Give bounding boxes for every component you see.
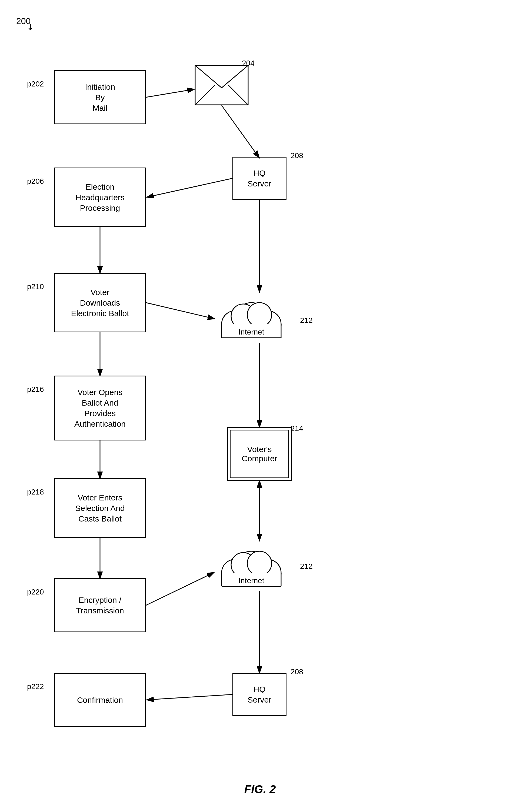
svg-point-7 [247, 303, 271, 327]
box-hq-server-top: HQServer [232, 157, 286, 200]
box-voters-computer: Voter'sComputer [230, 430, 289, 478]
svg-line-26 [222, 105, 259, 158]
box-election-hq-text: ElectionHeadquartersProcessing [75, 182, 125, 213]
figure-label: FIG. 2 [244, 783, 276, 796]
box-voter-downloads-text: VoterDownloadsElectronic Ballot [71, 287, 129, 319]
ref-p202: p202 [27, 80, 44, 88]
box-voters-computer-text: Voter'sComputer [242, 445, 277, 463]
box-initiation-text: InitiationByMail [85, 82, 115, 113]
ref-212-bottom: 212 [300, 562, 313, 571]
box-voter-opens-text: Voter OpensBallot AndProvidesAuthenticat… [74, 387, 126, 429]
box-hq-server-bottom: HQServer [232, 673, 286, 716]
ref-p218: p218 [27, 488, 44, 496]
ref-p206: p206 [27, 177, 44, 186]
svg-line-25 [146, 89, 194, 97]
svg-line-27 [147, 178, 232, 197]
box-voter-opens: Voter OpensBallot AndProvidesAuthenticat… [54, 376, 146, 440]
box-encryption: Encryption /Transmission [54, 578, 146, 632]
svg-text:Internet: Internet [239, 576, 264, 585]
svg-line-36 [146, 572, 214, 605]
svg-point-17 [247, 551, 271, 575]
ref-p222: p222 [27, 682, 44, 691]
ref-p216: p216 [27, 385, 44, 394]
ref-p210: p210 [27, 282, 44, 291]
box-voter-enters: Voter EntersSelection AndCasts Ballot [54, 478, 146, 538]
voters-computer-container: Voter'sComputer [227, 427, 292, 481]
box-hq-server-top-text: HQServer [248, 168, 271, 189]
ref-p220: p220 [27, 588, 44, 596]
ref-214: 214 [290, 424, 303, 433]
box-election-hq: ElectionHeadquartersProcessing [54, 167, 146, 227]
box-voter-enters-text: Voter EntersSelection AndCasts Ballot [75, 492, 125, 524]
cloud-internet-bottom: Internet [213, 540, 289, 592]
ref-208-top: 208 [290, 151, 303, 160]
ref-208-bottom: 208 [290, 668, 303, 676]
envelope [194, 65, 249, 105]
svg-line-29 [146, 303, 215, 319]
box-voter-downloads: VoterDownloadsElectronic Ballot [54, 273, 146, 332]
box-initiation: InitiationByMail [54, 70, 146, 124]
box-confirmation: Confirmation [54, 673, 146, 727]
cloud-internet-top: Internet [213, 292, 289, 343]
svg-rect-0 [195, 65, 248, 105]
box-encryption-text: Encryption /Transmission [76, 595, 124, 616]
diagram-container: 200 ↘ p202 p206 p210 p216 p218 p220 p222… [0, 0, 520, 812]
ref-212-top: 212 [300, 316, 313, 325]
svg-line-38 [147, 695, 232, 700]
box-hq-server-bottom-text: HQServer [248, 684, 271, 705]
box-confirmation-text: Confirmation [77, 695, 123, 705]
svg-text:Internet: Internet [239, 328, 264, 336]
